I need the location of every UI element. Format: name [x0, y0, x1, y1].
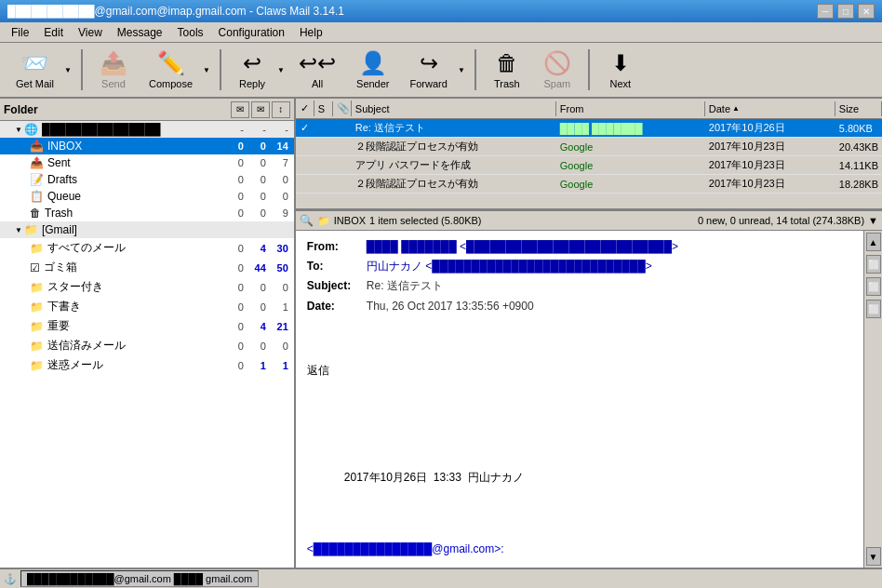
- folder-triangle-icon: ▼: [15, 126, 22, 134]
- sender-button[interactable]: 👤 Sender: [348, 46, 397, 94]
- reply-all-icon: ↩↩: [299, 50, 336, 76]
- get-mail-dropdown[interactable]: ▼: [62, 46, 74, 94]
- col-date[interactable]: Date ▲: [705, 101, 835, 116]
- titlebar-title: ███████████@gmail.com@imap.gmail.com - C…: [7, 5, 344, 18]
- search-icon[interactable]: 🔍: [300, 214, 314, 227]
- compose-button[interactable]: ✏️ Compose: [140, 46, 201, 94]
- msg-from-2: Google: [556, 140, 705, 154]
- get-mail-button[interactable]: 📨 Get Mail: [7, 46, 62, 94]
- sent-c2: 0: [246, 157, 268, 168]
- inbox-c3: 14: [268, 140, 290, 152]
- trash-folder-name: Trash: [45, 207, 223, 220]
- soushin-c3: 0: [268, 341, 290, 352]
- to-value: 円山ナカノ <███████████████████████████>: [367, 258, 652, 275]
- table-row[interactable]: ２段階認証プロセスが有効 Google 2017年10月23日 20.43KB: [296, 138, 882, 156]
- separator-3: [474, 49, 476, 90]
- folder-gmail-group[interactable]: ▼ 📁 [Gmail]: [0, 221, 294, 238]
- status-folder-name: INBOX: [334, 215, 366, 226]
- separator-4: [588, 49, 590, 90]
- soushin-c1: 0: [223, 341, 246, 352]
- msg-att-1: [333, 127, 352, 129]
- reply-all-button[interactable]: ↩↩ All: [290, 46, 344, 94]
- preview-btn-1[interactable]: ▲: [866, 233, 881, 251]
- folder-scroll-icon[interactable]: ↕: [272, 101, 290, 118]
- next-button[interactable]: ⬇ Next: [597, 46, 644, 94]
- subject-field: Subject: Re: 送信テスト: [307, 277, 852, 295]
- next-icon: ⬇: [611, 50, 630, 76]
- table-row[interactable]: ✓ Re: 送信テスト ████ ███████ 2017年10月26日 5.8…: [296, 119, 882, 138]
- menu-help[interactable]: Help: [292, 24, 330, 41]
- menu-view[interactable]: View: [71, 24, 110, 41]
- col-s[interactable]: S: [314, 101, 333, 116]
- forward-button[interactable]: ↪ Forward: [402, 46, 456, 94]
- menu-tools[interactable]: Tools: [170, 24, 211, 41]
- menu-edit[interactable]: Edit: [36, 24, 71, 41]
- jyuyo-c1: 0: [223, 321, 246, 332]
- msg-subject-2: ２段階認証プロセスが有効: [352, 139, 556, 154]
- size-header-label: Size: [839, 103, 859, 114]
- msg-date-2: 2017年10月23日: [705, 139, 835, 154]
- col-size[interactable]: Size: [835, 101, 882, 116]
- drafts-icon: 📝: [30, 173, 44, 186]
- menu-file[interactable]: File: [4, 24, 36, 41]
- spam-button[interactable]: 🚫 Spam: [534, 46, 581, 94]
- folder-starred[interactable]: 📁 スター付き 0 0 0: [0, 277, 294, 297]
- maximize-button[interactable]: □: [837, 4, 854, 19]
- preview-btn-2[interactable]: ⬜: [866, 255, 881, 274]
- folder-account[interactable]: ▼ 🌐 ███████████████ - - -: [0, 121, 294, 138]
- folder-inbox[interactable]: 📥 INBOX 0 0 14: [0, 138, 294, 154]
- preview-btn-3[interactable]: ⬜: [866, 277, 881, 296]
- quote-date: 2017年10月26日 13:33 円山ナカノ: [344, 471, 524, 484]
- forward-dropdown[interactable]: ▼: [456, 46, 467, 94]
- account-icon: 🌐: [24, 123, 38, 136]
- preview-btn-5[interactable]: ▼: [866, 547, 881, 566]
- separator-2: [220, 49, 221, 90]
- inbox-icon: 📥: [30, 140, 44, 153]
- msg-check-1: ✓: [296, 121, 314, 135]
- drafts-c1: 0: [223, 174, 246, 185]
- folder-trash[interactable]: 🗑 Trash 0 0 9: [0, 205, 294, 221]
- msg-size-2: 20.43KB: [835, 140, 882, 154]
- folder-soushin[interactable]: 📁 送信済みメール 0 0 0: [0, 336, 294, 355]
- compose-dropdown[interactable]: ▼: [201, 46, 212, 94]
- meiwaku-name: 迷惑メール: [47, 357, 223, 373]
- trash-button[interactable]: 🗑 Trash: [484, 46, 530, 94]
- folder-jyuyo[interactable]: 📁 重要 0 4 21: [0, 316, 294, 336]
- reply-dropdown[interactable]: ▼: [275, 46, 287, 94]
- send-button[interactable]: 📤 Send: [90, 46, 137, 94]
- shitagai-c3: 1: [268, 301, 290, 313]
- starred-name: スター付き: [47, 279, 223, 295]
- folder-sent[interactable]: 📤 Sent 0 0 7: [0, 154, 294, 171]
- shitagai-name: 下書き: [47, 299, 223, 314]
- folder-meiwaku[interactable]: 📁 迷惑メール 0 1 1: [0, 355, 294, 375]
- preview-wrapper: From: ████ ███████ <████████████████████…: [296, 231, 882, 568]
- folder-header-icons: ✉ ✉ ↕: [231, 101, 290, 118]
- col-from[interactable]: From: [556, 101, 705, 116]
- folder-drafts[interactable]: 📝 Drafts 0 0 0: [0, 171, 294, 188]
- folder-all-mail[interactable]: 📁 すべてのメール 0 4 30: [0, 238, 294, 258]
- menu-message[interactable]: Message: [110, 24, 170, 41]
- table-row[interactable]: ２段階認証プロセスが有効 Google 2017年10月23日 18.28KB: [296, 175, 882, 194]
- col-subject[interactable]: Subject: [352, 101, 556, 116]
- folder-new-mail-icon[interactable]: ✉: [231, 101, 249, 118]
- folder-gomi[interactable]: ☑ ゴミ箱 0 44 50: [0, 258, 294, 277]
- table-row[interactable]: アプリ パスワードを作成 Google 2017年10月23日 14.11KB: [296, 156, 882, 175]
- col-att[interactable]: 📎: [333, 100, 352, 116]
- forward-label: Forward: [410, 78, 448, 89]
- expand-icon[interactable]: ▼: [868, 215, 878, 226]
- reply-button[interactable]: ↩ Reply: [229, 46, 275, 94]
- msg-check-2: [296, 146, 314, 148]
- minimize-button[interactable]: ─: [817, 4, 834, 19]
- statusbar-email: ████████████@gmail.com ████ gmail.com: [27, 573, 252, 584]
- col-check[interactable]: ✓: [296, 100, 314, 116]
- preview-btn-4[interactable]: ⬜: [866, 300, 881, 318]
- folder-mark-icon[interactable]: ✉: [251, 101, 270, 118]
- msg-subject-4: ２段階認証プロセスが有効: [352, 176, 556, 192]
- folder-header-label: Folder: [4, 103, 38, 116]
- all-mail-c3: 30: [268, 243, 290, 254]
- sender-icon: 👤: [359, 50, 387, 76]
- folder-shitagai[interactable]: 📁 下書き 0 0 1: [0, 297, 294, 316]
- menu-configuration[interactable]: Configuration: [211, 24, 292, 41]
- folder-queue[interactable]: 📋 Queue 0 0 0: [0, 188, 294, 205]
- close-button[interactable]: ✕: [858, 4, 875, 19]
